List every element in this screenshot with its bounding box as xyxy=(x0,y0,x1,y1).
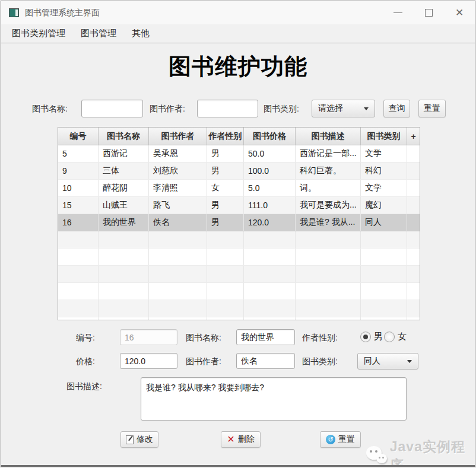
cell-empty xyxy=(361,249,407,265)
close-button[interactable]: ✕ xyxy=(444,1,475,24)
cell-author: 佚名 xyxy=(149,214,207,231)
cell-empty xyxy=(149,283,207,300)
cell-name: 我的世界 xyxy=(99,214,149,231)
cell-empty xyxy=(58,317,99,320)
cell-filler xyxy=(407,145,420,162)
description-textarea[interactable] xyxy=(141,377,407,421)
cell-name: 醉花阴 xyxy=(99,180,149,196)
cell-author: 路飞 xyxy=(149,197,207,214)
col-header-author[interactable]: 图书作者 xyxy=(149,128,207,145)
table-row-empty xyxy=(58,266,420,283)
cell-empty xyxy=(407,300,420,317)
minimize-button[interactable] xyxy=(382,1,413,24)
table-row[interactable]: 5 西游记 吴承恩 男 50.0 西游记是一部... 文学 xyxy=(58,145,420,163)
title-bar: 图书管理系统主界面 ✕ xyxy=(1,1,475,24)
search-category-label: 图书类别: xyxy=(264,100,299,117)
cell-empty xyxy=(407,317,420,320)
cell-empty xyxy=(361,300,407,317)
cell-empty xyxy=(99,231,149,248)
delete-button[interactable]: ✕ 删除 xyxy=(221,431,261,448)
cell-empty xyxy=(361,266,407,282)
cell-empty xyxy=(99,266,149,282)
reset-button[interactable]: ↺ 重置 xyxy=(320,431,361,448)
cell-empty xyxy=(207,317,244,320)
book-author-label: 图书作者: xyxy=(186,352,221,370)
cell-author: 李清照 xyxy=(149,180,207,196)
cell-name: 三体 xyxy=(99,163,149,179)
cell-empty xyxy=(361,317,407,320)
cell-empty xyxy=(99,249,149,265)
delete-x-icon: ✕ xyxy=(227,435,234,444)
book-author-field[interactable] xyxy=(236,353,295,369)
cell-name: 山贼王 xyxy=(99,197,149,214)
app-icon xyxy=(9,8,19,17)
cell-empty xyxy=(296,249,361,265)
table-row[interactable]: 10 醉花阴 李清照 女 5.0 词。 文学 xyxy=(58,180,420,197)
cell-filler xyxy=(407,180,420,196)
menu-item-category-management[interactable]: 图书类别管理 xyxy=(12,28,65,39)
cell-id: 16 xyxy=(58,214,99,231)
cell-price: 50.0 xyxy=(244,145,296,162)
book-name-field[interactable] xyxy=(236,329,295,345)
book-category-select[interactable]: 同人 xyxy=(357,353,418,370)
search-category-select[interactable]: 请选择 xyxy=(312,100,375,117)
cell-empty xyxy=(407,283,420,300)
cell-category: 文学 xyxy=(361,145,407,162)
cell-empty xyxy=(149,231,207,248)
search-reset-button[interactable]: 重置 xyxy=(418,100,446,117)
book-name-label: 图书名称: xyxy=(186,329,221,346)
cell-price: 120.0 xyxy=(244,214,296,231)
radio-female[interactable] xyxy=(384,332,395,342)
search-author-input[interactable] xyxy=(197,100,258,117)
cell-desc: 科幻巨著。 xyxy=(296,163,361,179)
menu-item-other[interactable]: 其他 xyxy=(132,28,150,39)
col-header-price[interactable]: 图书价格 xyxy=(244,128,296,145)
cell-desc: 我是谁? 我从... xyxy=(296,214,361,231)
table-row-selected[interactable]: 16 我的世界 佚名 男 120.0 我是谁? 我从... 同人 xyxy=(58,214,420,231)
query-button[interactable]: 查询 xyxy=(383,100,410,117)
book-category-label: 图书类别: xyxy=(302,352,338,370)
col-header-sex[interactable]: 作者性别 xyxy=(207,128,244,145)
table-row-empty xyxy=(58,283,420,300)
cell-sex: 男 xyxy=(207,197,244,214)
cell-empty xyxy=(149,266,207,282)
cell-empty xyxy=(58,231,99,248)
cell-filler xyxy=(407,214,420,231)
col-header-name[interactable]: 图书名称 xyxy=(99,128,149,145)
col-header-category[interactable]: 图书类别 xyxy=(361,128,407,145)
close-icon: ✕ xyxy=(455,8,464,18)
menu-item-book-management[interactable]: 图书管理 xyxy=(81,28,116,39)
cell-empty xyxy=(99,300,149,317)
price-field[interactable] xyxy=(120,353,177,369)
col-header-desc[interactable]: 图书描述 xyxy=(296,128,361,145)
search-author-label: 图书作者: xyxy=(150,100,185,117)
modify-button-label: 修改 xyxy=(137,434,153,445)
watermark-text: Java实例程序 xyxy=(390,438,475,467)
table-row[interactable]: 9 三体 刘慈欣 男 100.0 科幻巨著。 科幻 xyxy=(58,163,420,180)
cell-empty xyxy=(407,231,420,248)
cell-price: 5.0 xyxy=(244,180,296,196)
cell-empty xyxy=(407,249,420,265)
maximize-button[interactable] xyxy=(413,1,444,24)
search-name-input[interactable] xyxy=(81,100,143,117)
col-header-id[interactable]: 编号 xyxy=(58,128,99,145)
menu-bar: 图书类别管理 图书管理 其他 xyxy=(1,24,475,43)
table-row[interactable]: 15 山贼王 路飞 男 111.0 我可是要成为... 魔幻 xyxy=(58,197,420,214)
book-category-value: 同人 xyxy=(364,356,380,367)
cell-desc: 我可是要成为... xyxy=(296,197,361,214)
window-controls: ✕ xyxy=(382,1,475,24)
cell-empty xyxy=(149,317,207,320)
cell-id: 9 xyxy=(58,163,99,179)
table-row-empty xyxy=(58,231,420,249)
cell-id: 5 xyxy=(58,145,99,162)
cell-empty xyxy=(244,231,296,248)
cell-filler xyxy=(407,163,420,179)
add-column-button[interactable]: + xyxy=(407,128,420,145)
radio-male[interactable] xyxy=(360,332,371,342)
cell-empty xyxy=(58,283,99,300)
cell-empty xyxy=(58,266,99,282)
modify-button[interactable]: 修改 xyxy=(120,431,158,448)
chevron-down-icon xyxy=(364,107,369,110)
cell-empty xyxy=(244,317,296,320)
reset-button-label: 重置 xyxy=(338,434,355,445)
